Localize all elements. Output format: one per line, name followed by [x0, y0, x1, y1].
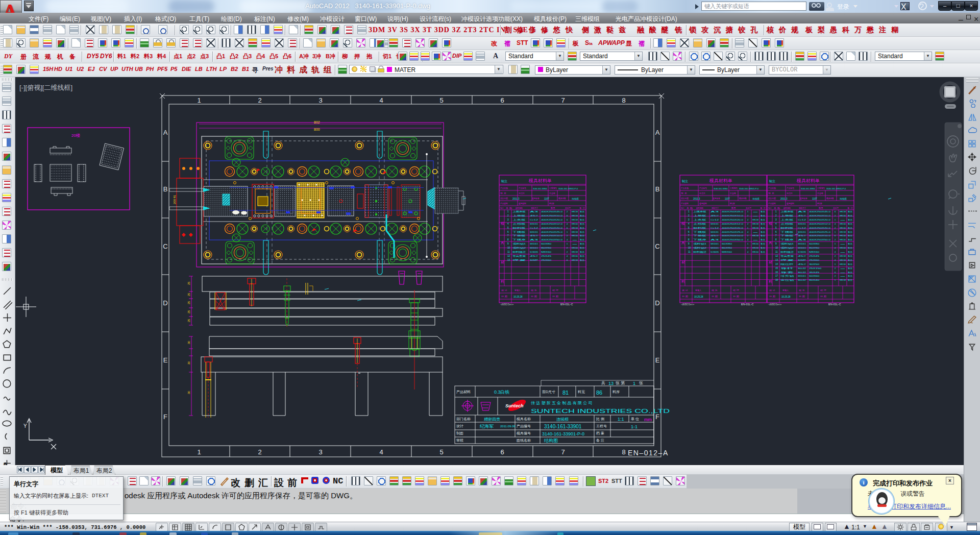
svg-text:5: 5: [688, 227, 690, 229]
svg-text:HRC58: HRC58: [572, 218, 578, 221]
svg-text:80X90: 80X90: [541, 247, 552, 249]
svg-text:1:1: 1:1: [618, 417, 624, 422]
svg-text:材: 材: [769, 260, 772, 264]
svg-text:HRC60: HRC60: [752, 251, 759, 253]
svg-text:连续模: 连续模: [556, 417, 569, 422]
svg-text:16: 16: [775, 271, 778, 274]
svg-text:9: 9: [507, 242, 509, 245]
svg-text:11: 11: [688, 251, 691, 253]
svg-text:HRC58: HRC58: [572, 227, 578, 229]
svg-text:版 本: 版 本: [681, 192, 688, 194]
svg-text:3: 3: [318, 448, 322, 456]
svg-text:F: F: [163, 413, 167, 421]
svg-text:HRC60: HRC60: [840, 247, 846, 249]
svg-text:B: B: [163, 185, 168, 193]
svg-text:8: 8: [775, 238, 777, 241]
svg-text:名 称: 名 称: [774, 207, 780, 209]
svg-text:下模板: 下模板: [692, 231, 706, 233]
svg-text:备品: 备品: [761, 210, 765, 213]
svg-text:30: 30: [187, 361, 190, 364]
svg-text:80X40: 80X40: [809, 279, 820, 281]
svg-text:25: 25: [187, 310, 190, 313]
svg-text:8: 8: [622, 96, 625, 104]
svg-text:上垫板: 上垫板: [780, 214, 794, 217]
svg-text:连续模: 连续模: [840, 198, 847, 200]
svg-text:制立: 制立: [682, 179, 688, 183]
svg-text:备品: 备品: [848, 279, 852, 281]
svg-text:C: C: [163, 242, 167, 250]
svg-text:Suntech: Suntech: [505, 403, 524, 408]
svg-text:M8X60: M8X60: [541, 251, 552, 253]
svg-text:下垫板: 下垫板: [511, 234, 526, 237]
svg-text:备品: 备品: [848, 247, 852, 249]
svg-text:400X250X20.0: 400X250X20.0: [809, 227, 831, 229]
svg-text:备品: 备品: [848, 223, 852, 225]
svg-text:9: 9: [775, 242, 777, 245]
svg-text:45#: 45#: [710, 214, 720, 217]
svg-text:连续模: 连续模: [572, 198, 579, 200]
svg-text:3140-161-33901: 3140-161-33901: [544, 424, 582, 429]
svg-text:HRC58: HRC58: [572, 231, 578, 233]
svg-text:料: 料: [681, 280, 685, 283]
svg-text:上垫板: 上垫板: [512, 214, 526, 217]
svg-text:1-1: 1-1: [631, 424, 638, 429]
svg-text:35X45: 35X45: [809, 271, 820, 274]
svg-text:400X250X20.0: 400X250X20.0: [541, 227, 563, 229]
svg-text:备品: 备品: [848, 214, 852, 217]
svg-text:400X250X10.0: 400X250X10.0: [541, 234, 563, 237]
svg-text:4: 4: [507, 223, 509, 225]
svg-text:备品: 备品: [848, 227, 852, 229]
svg-text:Cr12: Cr12: [710, 227, 719, 229]
svg-text:3D文件: 3D文件: [787, 192, 793, 194]
svg-text:A3: A3: [710, 238, 720, 241]
svg-text:10: 10: [775, 247, 778, 249]
svg-text:15: 15: [775, 267, 778, 270]
svg-text:SKD11: SKD11: [710, 223, 719, 225]
svg-text:3140-161-33901: 3140-161-33901: [533, 187, 548, 190]
svg-text:料: 料: [501, 280, 504, 283]
svg-text:400X250X12.0: 400X250X12.0: [809, 223, 831, 225]
svg-text:25: 25: [187, 319, 190, 322]
svg-text:M8X60: M8X60: [809, 251, 820, 253]
svg-text:不合格: 不合格: [549, 192, 555, 194]
svg-text:HRC58: HRC58: [752, 223, 759, 225]
svg-text:10.25.28: 10.25.28: [513, 296, 523, 298]
svg-text:400X250X45.0: 400X250X45.0: [722, 210, 744, 213]
svg-text:导套: 导套: [780, 271, 794, 274]
svg-text:HRC60: HRC60: [840, 234, 846, 237]
svg-text:制图: 制图: [456, 431, 463, 435]
svg-text:设计: 设计: [456, 424, 463, 428]
svg-text:部门名称: 部门名称: [456, 417, 471, 421]
svg-text:HRC60: HRC60: [840, 263, 846, 265]
svg-text:热处理: 热处理: [565, 207, 571, 209]
svg-text:200 81: 200 81: [173, 194, 176, 204]
svg-text:Cr12: Cr12: [798, 218, 806, 221]
svg-text:2: 2: [507, 214, 509, 217]
svg-text:EN-01L-C: EN-01L-C: [828, 303, 841, 306]
svg-text:SKD11: SKD11: [798, 231, 806, 233]
svg-text:备品: 备品: [848, 234, 852, 237]
svg-text:30: 30: [187, 391, 190, 394]
svg-text:Cr12: Cr12: [530, 218, 538, 221]
svg-text:SKD61: SKD61: [530, 247, 538, 249]
svg-text:EN-01L-C: EN-01L-C: [741, 303, 753, 306]
svg-text:10.25.28: 10.25.28: [781, 296, 791, 298]
svg-text:2: 2: [258, 448, 261, 456]
svg-text:A3: A3: [798, 210, 807, 213]
svg-text:110T: 110T: [725, 198, 730, 200]
svg-text:D: D: [655, 299, 659, 307]
svg-text:料厚: 料厚: [549, 202, 555, 205]
svg-text:400X250X10.0: 400X250X10.0: [809, 214, 831, 217]
svg-text:经 理: 经 理: [820, 289, 827, 291]
svg-text:400X250X45.0: 400X250X45.0: [809, 210, 831, 213]
svg-text:2011.09.06: 2011.09.06: [500, 425, 516, 428]
svg-text:25X150: 25X150: [809, 267, 822, 270]
svg-text:0.3白铁: 0.3白铁: [494, 390, 510, 395]
svg-text:设 计: 设 计: [682, 289, 689, 291]
svg-text:备品: 备品: [848, 210, 852, 213]
svg-text:400X250X25.0: 400X250X25.0: [541, 231, 563, 233]
svg-text:4: 4: [379, 96, 383, 104]
svg-text:[-][俯视][二维线框]: [-][俯视][二维线框]: [19, 84, 72, 91]
svg-text:备品: 备品: [848, 259, 852, 261]
svg-text:1: 1: [507, 210, 509, 213]
